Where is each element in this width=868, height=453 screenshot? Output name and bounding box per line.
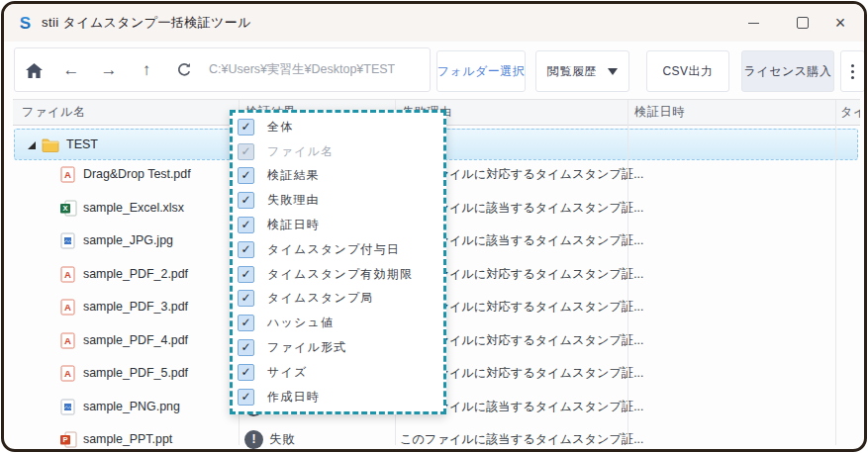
window-title: stii タイムスタンプ一括検証ツール bbox=[42, 4, 251, 41]
column-menu-item[interactable]: ✓ファイル形式 bbox=[233, 335, 443, 360]
column-divider bbox=[835, 100, 836, 445]
file-name: sample_PDF_4.pdf bbox=[83, 324, 188, 357]
checkbox-checked-icon[interactable]: ✓ bbox=[238, 167, 254, 184]
svg-text:A: A bbox=[64, 269, 71, 280]
folder-name: TEST bbox=[66, 130, 98, 159]
menu-item-label: 作成日時 bbox=[267, 389, 320, 406]
refresh-button[interactable] bbox=[165, 60, 203, 80]
file-name: sample_PDF_3.pdf bbox=[83, 291, 188, 323]
column-menu-item[interactable]: ✓タイムスタンプ付与日 bbox=[233, 237, 443, 262]
menu-item-label: タイムスタンプ局 bbox=[267, 290, 374, 307]
column-header[interactable]: ファイル名 bbox=[22, 100, 86, 125]
ppt-file-icon: P bbox=[60, 431, 77, 448]
checkbox-checked-icon[interactable]: ✓ bbox=[238, 389, 254, 406]
svg-text:P: P bbox=[62, 435, 67, 444]
column-menu-item[interactable]: ✓タイムスタンプ有効期限 bbox=[233, 262, 443, 287]
forward-button[interactable]: → bbox=[90, 60, 128, 80]
file-name: sample_PPT.ppt bbox=[83, 423, 172, 449]
tree-expander-icon[interactable] bbox=[28, 141, 36, 149]
checkbox-checked-icon[interactable]: ✓ bbox=[238, 315, 254, 331]
checkbox-checked-icon[interactable]: ✓ bbox=[238, 143, 254, 160]
file-name: Drag&Drop Test.pdf bbox=[83, 158, 191, 191]
more-options-button[interactable] bbox=[840, 50, 865, 92]
column-menu-item[interactable]: ✓サイズ bbox=[233, 360, 443, 385]
svg-text:A: A bbox=[64, 335, 71, 346]
file-name: sample_PDF_2.pdf bbox=[83, 258, 188, 291]
menu-item-label: ハッシュ値 bbox=[267, 315, 334, 331]
minimize-button[interactable] bbox=[733, 4, 773, 42]
license-purchase-button[interactable]: ライセンス購入 bbox=[741, 50, 834, 92]
column-menu-item[interactable]: ✓失敗理由 bbox=[233, 188, 443, 213]
column-menu-item[interactable]: ✓タイムスタンプ局 bbox=[233, 287, 443, 312]
file-name: sample_JPG.jpg bbox=[83, 225, 173, 257]
svg-text:X: X bbox=[62, 204, 67, 213]
minimize-icon bbox=[748, 23, 759, 24]
up-button[interactable]: ↑ bbox=[128, 60, 165, 80]
folder-select-button[interactable]: フォルダー選択 bbox=[436, 50, 526, 92]
pdf-file-icon: A bbox=[60, 266, 77, 283]
maximize-button[interactable] bbox=[783, 4, 822, 42]
pdf-file-icon: A bbox=[60, 166, 77, 183]
chevron-down-icon bbox=[608, 68, 618, 75]
column-menu-item[interactable]: ✓作成日時 bbox=[233, 385, 443, 409]
svg-text:A: A bbox=[64, 368, 71, 379]
menu-item-label: 失敗理由 bbox=[267, 192, 320, 209]
more-icon bbox=[851, 70, 854, 73]
menu-item-label: サイズ bbox=[267, 364, 307, 381]
home-button[interactable] bbox=[15, 60, 52, 80]
image-file-icon bbox=[60, 399, 77, 415]
more-icon bbox=[851, 76, 854, 79]
menu-item-label: ファイル形式 bbox=[267, 339, 346, 356]
checkbox-checked-icon[interactable]: ✓ bbox=[238, 290, 254, 307]
checkbox-checked-icon[interactable]: ✓ bbox=[238, 192, 254, 209]
menu-item-label: 検証結果 bbox=[267, 167, 320, 184]
column-menu-item[interactable]: ✓検証日時 bbox=[233, 213, 443, 237]
column-divider bbox=[627, 100, 628, 445]
folder-icon bbox=[42, 137, 58, 154]
checkbox-checked-icon[interactable]: ✓ bbox=[238, 339, 254, 356]
checkbox-checked-icon[interactable]: ✓ bbox=[238, 119, 254, 136]
excel-file-icon: X bbox=[60, 200, 77, 217]
column-menu: ✓全体✓ファイル名✓検証結果✓失敗理由✓検証日時✓タイムスタンプ付与日✓タイムス… bbox=[230, 110, 446, 414]
svg-text:A: A bbox=[64, 302, 71, 313]
app-logo-icon: S bbox=[16, 13, 35, 32]
history-button[interactable]: 閲覧履歴 bbox=[535, 50, 629, 92]
maximize-icon bbox=[797, 17, 809, 29]
app-window: S stii タイムスタンプ一括検証ツール × ← → ↑ C:¥Users¥実… bbox=[1, 1, 867, 452]
address-path[interactable]: C:¥Users¥実習生¥Desktop¥TEST bbox=[209, 61, 395, 78]
column-menu-item[interactable]: ✓検証結果 bbox=[233, 164, 443, 189]
svg-text:A: A bbox=[64, 169, 71, 180]
home-icon bbox=[26, 63, 43, 78]
refresh-icon bbox=[176, 62, 192, 78]
file-name: sample_PDF_5.pdf bbox=[83, 357, 188, 390]
menu-item-label: タイムスタンプ付与日 bbox=[267, 241, 400, 258]
checkbox-checked-icon[interactable]: ✓ bbox=[238, 364, 254, 381]
close-button[interactable]: × bbox=[820, 4, 860, 42]
back-button[interactable]: ← bbox=[52, 60, 90, 80]
title-bar: S stii タイムスタンプ一括検証ツール × bbox=[4, 4, 864, 42]
menu-item-label: 検証日時 bbox=[267, 217, 320, 233]
pdf-file-icon: A bbox=[60, 365, 77, 382]
file-name: sample_Excel.xlsx bbox=[83, 192, 184, 225]
column-header[interactable]: タイムスタンプ付与日 bbox=[840, 100, 860, 125]
image-file-icon bbox=[60, 232, 77, 249]
more-icon bbox=[851, 64, 854, 67]
status-label: 失敗 bbox=[269, 423, 296, 449]
csv-export-button[interactable]: CSV出力 bbox=[646, 50, 729, 92]
column-menu-item[interactable]: ✓ファイル名 bbox=[233, 139, 443, 164]
menu-item-label: 全体 bbox=[267, 119, 293, 136]
pdf-file-icon: A bbox=[60, 299, 77, 316]
column-menu-item[interactable]: ✓全体 bbox=[233, 115, 443, 139]
checkbox-checked-icon[interactable]: ✓ bbox=[238, 266, 254, 283]
pdf-file-icon: A bbox=[60, 332, 77, 349]
failure-reason: このファイルに該当するタイムスタンプ証... bbox=[400, 423, 643, 449]
svg-text:S: S bbox=[20, 14, 31, 33]
navigation-bar: ← → ↑ C:¥Users¥実習生¥Desktop¥TEST bbox=[14, 47, 431, 92]
checkbox-checked-icon[interactable]: ✓ bbox=[238, 217, 254, 233]
menu-item-label: ファイル名 bbox=[267, 143, 334, 160]
column-header[interactable]: 検証日時 bbox=[634, 100, 685, 125]
menu-item-label: タイムスタンプ有効期限 bbox=[267, 266, 413, 283]
column-menu-item[interactable]: ✓ハッシュ値 bbox=[233, 311, 443, 335]
file-row[interactable]: Psample_PPT.ppt!失敗このファイルに該当するタイムスタンプ証... bbox=[13, 423, 860, 449]
checkbox-checked-icon[interactable]: ✓ bbox=[238, 241, 254, 258]
